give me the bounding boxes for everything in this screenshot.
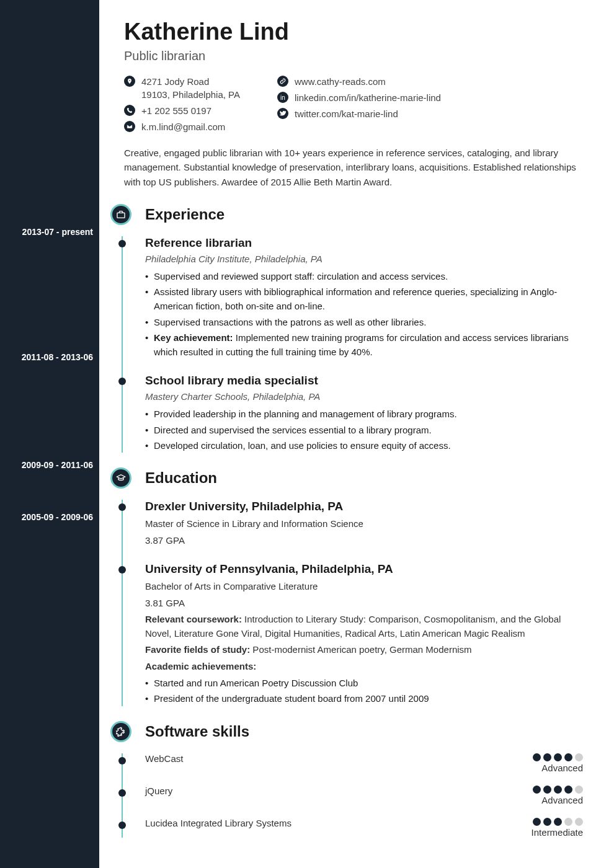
link-icon <box>277 76 288 87</box>
contact-block: 4271 Jody Road 19103, Philadelphia, PA +… <box>124 76 583 132</box>
entry-org: Mastery Charter Schools, Philadelphia, P… <box>145 391 583 402</box>
sidebar: 2013-07 - present 2011-08 - 2013-06 2009… <box>0 0 99 868</box>
skill-dots <box>533 786 583 794</box>
linkedin-icon: in <box>277 92 288 103</box>
person-name: Katherine Lind <box>124 19 583 45</box>
education-entry: Drexler University, Philadelphia, PA Mas… <box>122 500 583 547</box>
skill-dots <box>532 818 583 826</box>
puzzle-icon <box>110 721 131 742</box>
main-content: Katherine Lind Public librarian 4271 Jod… <box>99 0 614 868</box>
skill-entry: Lucidea Integrated Library SystemsInterm… <box>122 818 583 838</box>
skill-level: Intermediate <box>532 827 583 838</box>
contact-linkedin: in linkedin.com/in/katherine-marie-lind <box>277 92 441 103</box>
gpa: 3.81 GPA <box>145 596 583 611</box>
skill-name: jQuery <box>145 786 172 796</box>
entry-title: School library media specialist <box>145 374 583 388</box>
bullet: Provided leadership in the planning and … <box>145 407 583 421</box>
degree: Master of Science in Library and Informa… <box>145 517 583 531</box>
contact-phone: +1 202 555 0197 <box>124 105 240 116</box>
contact-address2: 19103, Philadelphia, PA <box>141 89 240 100</box>
skill-entry: WebCastAdvanced <box>122 753 583 773</box>
phone-icon <box>124 105 135 116</box>
summary: Creative, engaged public librarian with … <box>124 146 583 189</box>
skill-dots <box>533 753 583 761</box>
entry-title: Drexler University, Philadelphia, PA <box>145 500 583 513</box>
experience-entry: Reference librarian Philadelphia City In… <box>122 236 583 360</box>
section-title: Experience <box>145 206 225 223</box>
bullet: Assisted library users with bibliographi… <box>145 285 583 314</box>
skill-level: Advanced <box>533 763 583 773</box>
mail-icon <box>124 121 135 132</box>
bullet: Supervised and reviewed support staff: c… <box>145 269 583 283</box>
entry-title: University of Pennsylvania, Philadelphia… <box>145 562 583 576</box>
contact-web: www.cathy-reads.com <box>277 76 441 87</box>
bullet: Key achievement: Implemented new trainin… <box>145 330 583 360</box>
section-software: Software skills <box>110 721 583 742</box>
date-range: 2013-07 - present <box>22 227 93 237</box>
bullet: President of the undergraduate student b… <box>145 691 583 706</box>
skill-name: Lucidea Integrated Library Systems <box>145 818 291 828</box>
bullet: Supervised transactions with the patrons… <box>145 315 583 329</box>
contact-email: k.m.lind@gmail.com <box>124 121 240 132</box>
section-title: Software skills <box>145 723 249 740</box>
date-range: 2011-08 - 2013-06 <box>22 352 93 362</box>
job-title: Public librarian <box>124 49 583 63</box>
twitter-icon <box>277 108 288 119</box>
experience-entry: School library media specialist Mastery … <box>122 374 583 453</box>
entry-org: Philadelphia City Institute, Philadelphi… <box>145 254 583 264</box>
section-title: Education <box>145 469 217 487</box>
skill-entry: jQueryAdvanced <box>122 786 583 805</box>
contact-address: 4271 Jody Road <box>124 76 240 87</box>
degree: Bachelor of Arts in Comparative Literatu… <box>145 580 583 594</box>
gpa: 3.87 GPA <box>145 534 583 548</box>
entry-title: Reference librarian <box>145 236 583 250</box>
pin-icon <box>124 76 135 87</box>
bullet: Directed and supervised the services ess… <box>145 423 583 437</box>
bullet: Developed circulation, loan, and use pol… <box>145 438 583 453</box>
briefcase-icon <box>110 204 131 225</box>
section-experience: Experience <box>110 204 583 225</box>
graduation-icon <box>110 467 131 489</box>
date-range: 2005-09 - 2009-06 <box>22 512 93 522</box>
bullet: Started and run American Poetry Discussi… <box>145 676 583 690</box>
section-education: Education <box>110 467 583 489</box>
education-entry: University of Pennsylvania, Philadelphia… <box>122 562 583 706</box>
contact-twitter: twitter.com/kat-marie-lind <box>277 108 441 119</box>
skill-level: Advanced <box>533 795 583 805</box>
svg-rect-0 <box>117 213 125 218</box>
skill-name: WebCast <box>145 753 183 764</box>
date-range: 2009-09 - 2011-06 <box>22 460 93 470</box>
